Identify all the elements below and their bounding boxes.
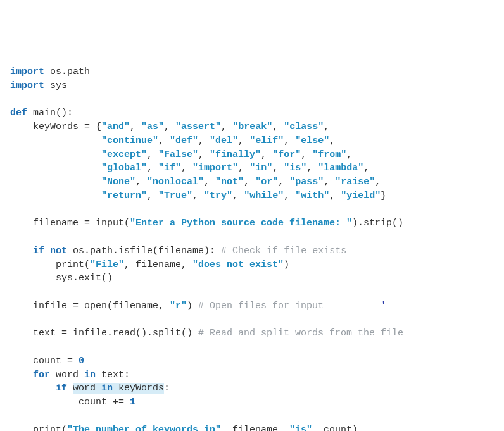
string-literal: "if" <box>158 163 181 173</box>
keyword-for: for <box>33 370 50 380</box>
string-literal: "finally" <box>210 149 261 160</box>
string-literal: "try" <box>204 191 232 201</box>
string-literal: "The number of keywords in" <box>67 425 221 432</box>
code-text: , <box>284 191 295 201</box>
code-text: , <box>198 149 210 160</box>
code-text: , <box>278 177 289 187</box>
code-text: , <box>284 135 295 146</box>
comment: # Check if file exists <box>221 246 346 256</box>
string-literal: "in" <box>249 163 272 173</box>
code-text: , <box>329 135 335 146</box>
string-literal: "does not exist" <box>192 259 284 270</box>
code-text: word <box>73 383 101 394</box>
code-text: ) <box>187 301 198 311</box>
string-literal: "is" <box>284 163 306 173</box>
code-text: keyWords = { <box>10 122 101 132</box>
comment: # Open files for input <box>198 301 324 311</box>
string-literal: "raise" <box>335 177 375 187</box>
code-text: word <box>50 370 84 380</box>
python-source-code: import os.path import sys def main(): ke… <box>10 65 494 431</box>
string-literal: "None" <box>101 177 135 187</box>
code-text: , <box>306 163 318 173</box>
code-text: print( <box>10 425 67 432</box>
code-text: keyWords <box>113 383 164 394</box>
code-text <box>10 163 101 173</box>
code-text: , <box>135 177 147 187</box>
code-text <box>10 135 101 146</box>
keyword-def: def <box>10 108 27 118</box>
string-literal: "not" <box>215 177 244 187</box>
code-text <box>10 149 101 160</box>
string-literal: "True" <box>158 191 192 201</box>
string-literal: "while" <box>244 191 284 201</box>
string-literal: "with" <box>295 191 329 201</box>
code-text: : <box>164 383 170 394</box>
string-literal: "from" <box>312 149 346 160</box>
code-text: os.path <box>44 66 90 77</box>
code-text: , <box>181 163 192 173</box>
string-literal: "False" <box>158 149 198 160</box>
code-text: , <box>164 122 175 132</box>
code-text: , <box>324 122 329 132</box>
code-text: , <box>244 177 255 187</box>
string-literal: "continue" <box>101 135 158 146</box>
code-text: , <box>204 177 215 187</box>
keyword-if: if <box>33 246 44 256</box>
string-literal: "is" <box>289 425 312 432</box>
code-text: main(): <box>27 108 73 118</box>
string-literal: "nonlocal" <box>147 177 204 187</box>
code-text: , <box>272 163 284 173</box>
string-literal: "File" <box>90 259 124 270</box>
string-literal: "class" <box>284 122 324 132</box>
code-text: , <box>238 135 249 146</box>
string-literal: "or" <box>255 177 278 187</box>
cursor-mark: ' <box>324 301 386 311</box>
string-literal: "except" <box>101 149 147 160</box>
code-text <box>67 383 73 394</box>
code-text: , count) <box>312 425 358 432</box>
number-literal: 0 <box>79 356 84 366</box>
string-literal: "r" <box>170 301 187 311</box>
string-literal: "as" <box>141 122 164 132</box>
code-text: , <box>272 122 284 132</box>
keyword-in: in <box>84 370 96 380</box>
code-text: , <box>147 191 158 201</box>
code-text: sys <box>44 80 67 91</box>
code-text: , <box>238 163 249 173</box>
code-text: count = <box>10 356 79 366</box>
code-text: os.path.isfile(filename): <box>67 246 221 256</box>
string-literal: "return" <box>101 191 147 201</box>
code-text: ) <box>284 259 289 270</box>
keyword-in: in <box>101 383 113 394</box>
string-literal: "and" <box>101 122 130 132</box>
string-literal: "lambda" <box>318 163 363 173</box>
string-literal: "elif" <box>249 135 284 146</box>
code-text <box>10 246 33 256</box>
code-text: , <box>130 122 141 132</box>
string-literal: "Enter a Python source code filename: " <box>130 218 352 228</box>
string-literal: "for" <box>272 149 301 160</box>
code-text: , <box>329 191 341 201</box>
string-literal: "else" <box>295 135 329 146</box>
string-literal: "import" <box>192 163 238 173</box>
string-literal: "def" <box>170 135 198 146</box>
code-text: , <box>324 177 335 187</box>
code-text: , <box>221 122 232 132</box>
string-literal: "pass" <box>289 177 324 187</box>
code-text: , filename, <box>221 425 289 432</box>
code-text: count += <box>10 397 130 408</box>
code-text: , <box>147 149 158 160</box>
comment: # Read and split words from the file <box>198 328 403 339</box>
keyword-import: import <box>10 66 44 77</box>
keyword-import: import <box>10 80 44 91</box>
code-text: } <box>381 191 386 201</box>
code-text <box>44 246 50 256</box>
code-text: ).strip() <box>352 218 403 228</box>
number-literal: 1 <box>130 397 135 408</box>
string-literal: "assert" <box>175 122 221 132</box>
code-text: text = infile.read().split() <box>10 328 198 339</box>
code-text <box>10 370 33 380</box>
keyword-not: not <box>50 246 67 256</box>
code-text: , <box>301 149 312 160</box>
code-text: , <box>363 163 369 173</box>
